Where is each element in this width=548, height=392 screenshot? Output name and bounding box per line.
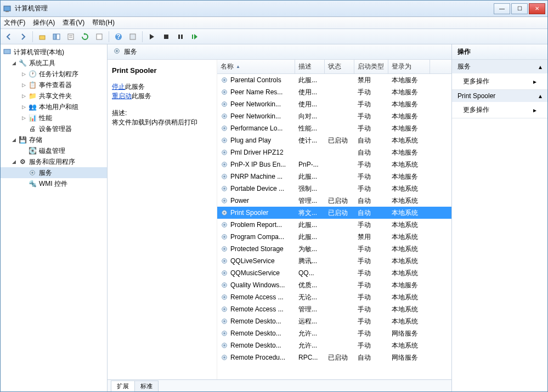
- service-row[interactable]: Program Compa...此服...禁用本地系统: [217, 231, 451, 243]
- show-hide-tree-button[interactable]: [50, 31, 63, 43]
- tree-local-users[interactable]: ▷👥本地用户和组: [1, 101, 107, 112]
- minimize-button[interactable]: —: [494, 3, 510, 14]
- service-row[interactable]: Problem Report...此服...手动本地系统: [217, 219, 451, 231]
- actions-section-services: 服务▴ 更多操作▸: [452, 60, 547, 90]
- cell-logon: 本地系统: [388, 136, 430, 145]
- menu-help[interactable]: 帮助(H): [92, 18, 115, 27]
- service-row[interactable]: Remote Access ...无论...手动本地系统: [217, 291, 451, 303]
- help-button[interactable]: ?: [112, 31, 125, 43]
- column-status[interactable]: 状态: [325, 60, 354, 73]
- service-row[interactable]: Remote Deskto...允许...手动网络服务: [217, 327, 451, 339]
- close-button[interactable]: ✕: [529, 3, 545, 14]
- stop-link[interactable]: 停止: [112, 83, 125, 90]
- properties-button[interactable]: [65, 31, 77, 43]
- stop-button[interactable]: [160, 31, 172, 43]
- pause-button[interactable]: [174, 31, 187, 43]
- expand-icon[interactable]: ▷: [20, 104, 27, 110]
- service-row[interactable]: Performance Lo...性能...手动本地服务: [217, 122, 451, 134]
- svg-point-46: [223, 224, 225, 226]
- apps-icon: ⚙: [18, 157, 27, 166]
- restart-button[interactable]: [189, 31, 201, 43]
- more-actions-item[interactable]: 更多操作▸: [452, 102, 547, 118]
- collapse-icon[interactable]: ◢: [10, 60, 17, 66]
- tab-extended[interactable]: 扩展: [111, 380, 135, 391]
- tree-event-viewer[interactable]: ▷📋事件查看器: [1, 79, 107, 90]
- service-row[interactable]: Peer Name Res...使用...手动本地服务: [217, 86, 451, 98]
- cell-desc: 性能...: [295, 124, 325, 133]
- column-desc[interactable]: 描述: [295, 60, 325, 73]
- start-button[interactable]: [146, 31, 158, 43]
- service-row[interactable]: QQMusicServiceQQ...手动本地系统: [217, 267, 451, 279]
- expand-icon[interactable]: ▷: [20, 93, 27, 99]
- cell-logon: 本地服务: [388, 112, 430, 121]
- restart-link[interactable]: 重启动: [112, 92, 132, 100]
- service-row[interactable]: Pml Driver HPZ12自动本地服务: [217, 146, 451, 158]
- description-label: 描述:: [112, 109, 212, 118]
- service-row[interactable]: Remote Access ...管理...手动本地系统: [217, 303, 451, 315]
- cell-startup: 手动: [354, 172, 388, 181]
- svg-point-62: [223, 320, 225, 322]
- menu-action[interactable]: 操作(A): [33, 18, 55, 27]
- tree-shared-folders[interactable]: ▷📁共享文件夹: [1, 90, 107, 101]
- titlebar[interactable]: 计算机管理 — ☐ ✕: [1, 1, 547, 17]
- service-row[interactable]: PnP-X IP Bus En...PnP-...手动本地系统: [217, 158, 451, 171]
- tree-storage[interactable]: ◢💾存储: [1, 134, 107, 145]
- up-button[interactable]: [36, 31, 48, 43]
- service-row[interactable]: Plug and Play使计...已启动自动本地系统: [217, 134, 451, 146]
- service-row[interactable]: Peer Networkin...向对...手动本地服务: [217, 110, 451, 122]
- collapse-icon[interactable]: ◢: [10, 137, 17, 143]
- export-button[interactable]: [93, 31, 105, 43]
- navigation-tree[interactable]: 计算机管理(本地) ◢🔧系统工具 ▷🕐任务计划程序 ▷📋事件查看器 ▷📁共享文件…: [1, 44, 108, 391]
- column-name[interactable]: 名称▲: [217, 60, 295, 73]
- cell-desc: 优质...: [295, 281, 325, 290]
- service-row[interactable]: Protected Storage为敏...手动本地系统: [217, 243, 451, 255]
- service-row[interactable]: Quality Windows...优质...手动本地服务: [217, 279, 451, 291]
- tree-services-apps[interactable]: ◢⚙服务和应用程序: [1, 156, 107, 167]
- expand-icon[interactable]: ▷: [20, 71, 27, 77]
- tree-label: 设备管理器: [39, 124, 72, 134]
- service-row[interactable]: Peer Networkin...使用...手动本地服务: [217, 98, 451, 110]
- detail-panel: Print Spooler 停止此服务 重启动此服务 描述: 将文件加载到内存供…: [108, 60, 217, 379]
- collapse-icon[interactable]: ◢: [10, 159, 17, 164]
- actions-services-title[interactable]: 服务▴: [452, 60, 547, 73]
- tool-button[interactable]: [127, 31, 139, 43]
- service-row[interactable]: Power管理...已启动自动本地系统: [217, 195, 451, 207]
- expand-icon[interactable]: ▷: [20, 82, 27, 88]
- expand-icon[interactable]: ▷: [20, 115, 27, 121]
- service-row[interactable]: Remote Deskto...允许...手动本地系统: [217, 339, 451, 351]
- forward-button[interactable]: [17, 31, 29, 43]
- tree-services[interactable]: 服务: [1, 167, 107, 178]
- service-row[interactable]: Remote Deskto...远程...手动本地系统: [217, 315, 451, 327]
- back-button[interactable]: [3, 31, 15, 43]
- maximize-button[interactable]: ☐: [511, 3, 528, 14]
- refresh-button[interactable]: [79, 31, 91, 43]
- cell-desc: 强制...: [295, 184, 325, 194]
- tree-wmi[interactable]: 🔩WMI 控件: [1, 178, 107, 189]
- service-row[interactable]: Portable Device ...强制...手动本地系统: [217, 183, 451, 195]
- disk-icon: 💽: [28, 146, 37, 155]
- tree-root[interactable]: 计算机管理(本地): [1, 47, 107, 58]
- cell-name: PnP-X IP Bus En...: [217, 161, 295, 168]
- cell-startup: 禁用: [354, 76, 388, 85]
- service-row[interactable]: QQLiveService腾讯...手动本地系统: [217, 255, 451, 267]
- service-row[interactable]: Parental Controls此服...禁用本地服务: [217, 74, 451, 86]
- tree-task-scheduler[interactable]: ▷🕐任务计划程序: [1, 69, 107, 79]
- svg-point-48: [223, 236, 225, 238]
- service-row[interactable]: Print Spooler将文...已启动自动本地系统: [217, 207, 451, 219]
- tree-performance[interactable]: ▷📊性能: [1, 112, 107, 123]
- services-list[interactable]: 名称▲ 描述 状态 启动类型 登录为 Parental Controls此服..…: [217, 60, 451, 379]
- column-startup[interactable]: 启动类型: [354, 60, 388, 73]
- tree-disk-management[interactable]: 💽磁盘管理: [1, 145, 107, 156]
- actions-selected-title[interactable]: Print Spooler▴: [452, 90, 547, 102]
- menu-file[interactable]: 文件(F): [4, 18, 25, 27]
- tab-standard[interactable]: 标准: [134, 380, 159, 391]
- service-row[interactable]: PNRP Machine ...此服...手动本地服务: [217, 171, 451, 183]
- menu-view[interactable]: 查看(V): [63, 18, 84, 27]
- tree-device-manager[interactable]: 🖨设备管理器: [1, 123, 107, 134]
- column-logon[interactable]: 登录为: [388, 60, 430, 73]
- svg-point-52: [223, 260, 225, 262]
- service-row[interactable]: Remote Procedu...RPC...已启动自动网络服务: [217, 351, 451, 363]
- tree-system-tools[interactable]: ◢🔧系统工具: [1, 58, 107, 69]
- more-actions-item[interactable]: 更多操作▸: [452, 73, 547, 89]
- restart-suffix: 此服务: [132, 92, 151, 100]
